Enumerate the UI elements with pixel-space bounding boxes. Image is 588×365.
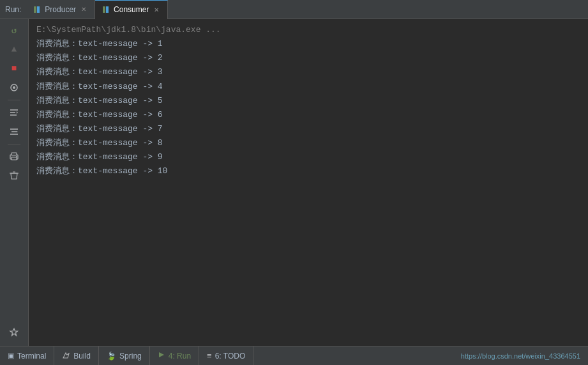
run-dot-icon: [158, 351, 165, 361]
run-tab-label: 4: Run: [169, 352, 191, 361]
toolbar-sep-2: [8, 144, 20, 144]
svg-point-7: [13, 86, 15, 89]
terminal-tab[interactable]: ▣ Terminal: [0, 346, 54, 366]
svg-rect-5: [106, 6, 109, 13]
msg-7: 消费消息：text-message -> 7: [29, 122, 588, 136]
build-label: Build: [73, 352, 91, 361]
terminal-label: Terminal: [17, 352, 46, 361]
msg-5: 消费消息：text-message -> 5: [29, 94, 588, 108]
format-btn[interactable]: [6, 123, 22, 140]
producer-tab-label: Producer: [45, 5, 76, 14]
tab-bar: Run: Producer ✕ Consumer ✕: [0, 0, 588, 19]
svg-rect-1: [34, 6, 36, 13]
toolbar-sep-1: [8, 100, 20, 100]
main-area: ↺ ▲ ■: [0, 19, 588, 346]
tab-producer[interactable]: Producer ✕: [26, 0, 95, 19]
path-line: E:\SystemPath\jdk1.8\bin\java.exe ...: [29, 23, 588, 37]
soft-wrap-btn[interactable]: [6, 104, 22, 121]
producer-close-btn[interactable]: ✕: [79, 5, 88, 14]
left-toolbar: ↺ ▲ ■: [0, 19, 29, 346]
msg-10: 消费消息：text-message -> 10: [29, 164, 588, 178]
msg-6: 消费消息：text-message -> 6: [29, 108, 588, 122]
msg-3: 消费消息：text-message -> 3: [29, 65, 588, 79]
build-tab[interactable]: Build: [54, 346, 99, 366]
msg-1: 消费消息：text-message -> 1: [29, 37, 588, 51]
svg-rect-9: [11, 153, 17, 155]
svg-marker-12: [159, 352, 164, 357]
msg-2: 消费消息：text-message -> 2: [29, 51, 588, 65]
run-tab[interactable]: 4: Run: [150, 346, 199, 366]
print-btn[interactable]: [6, 148, 22, 165]
msg-8: 消费消息：text-message -> 8: [29, 136, 588, 150]
spring-tab[interactable]: 🍃 Spring: [99, 346, 150, 366]
stop-btn[interactable]: ■: [6, 60, 22, 77]
todo-tab[interactable]: ≡ 6: TODO: [199, 346, 253, 366]
todo-label: 6: TODO: [215, 352, 246, 361]
run-label: Run:: [5, 5, 26, 14]
spring-label: Spring: [119, 352, 142, 361]
msg-9: 消费消息：text-message -> 9: [29, 150, 588, 164]
consumer-run-icon: [102, 5, 110, 14]
status-url[interactable]: https://blog.csdn.net/weixin_43364551: [461, 352, 588, 360]
terminal-icon: ▣: [8, 352, 14, 360]
svg-rect-2: [37, 6, 40, 13]
producer-run-icon: [33, 5, 41, 14]
status-bar: ▣ Terminal Build 🍃 Spring 4: Run ≡ 6: TO…: [0, 346, 588, 365]
console-area[interactable]: E:\SystemPath\jdk1.8\bin\java.exe ... 消费…: [29, 19, 588, 346]
msg-4: 消费消息：text-message -> 4: [29, 80, 588, 94]
pin-btn[interactable]: [6, 324, 22, 341]
tab-consumer[interactable]: Consumer ✕: [95, 0, 168, 19]
svg-rect-10: [11, 157, 17, 160]
spring-icon: 🍃: [107, 352, 116, 361]
svg-point-11: [16, 156, 17, 157]
consumer-tab-label: Consumer: [114, 5, 149, 14]
snapshot-btn[interactable]: [6, 79, 22, 96]
build-icon: [62, 351, 70, 361]
consumer-close-btn[interactable]: ✕: [152, 5, 161, 14]
delete-btn[interactable]: [6, 167, 22, 184]
svg-rect-4: [103, 6, 105, 13]
scroll-up-btn[interactable]: ▲: [6, 41, 22, 58]
todo-icon: ≡: [207, 351, 212, 361]
rerun-btn[interactable]: ↺: [6, 22, 22, 38]
